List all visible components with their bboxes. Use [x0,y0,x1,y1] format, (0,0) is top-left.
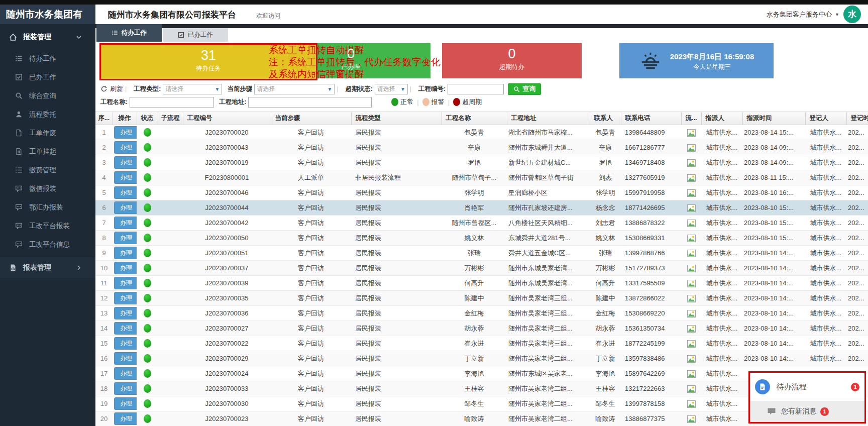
user-menu[interactable]: 水务集团客户服务中心 ▼ 水 [767,6,861,23]
table-row[interactable]: 12办理J20230700035客户回访居民报装陈建中随州市吴家老湾三组...陈… [95,291,868,306]
table-row[interactable]: 5办理J20230700046客户回访居民报装张学明星润廊桥小区张学明15997… [95,185,868,200]
sidebar-item-8[interactable]: 鄂汇办报装 [0,198,95,217]
flow-image-icon[interactable] [687,310,696,317]
handle-button[interactable]: 办理 [114,322,137,335]
flow-image-icon[interactable] [687,325,696,333]
table-row[interactable]: 11办理J20230700039客户回访居民报装何高升随州市东城吴家老湾...何… [95,276,868,291]
sidebar-item-9[interactable]: 工改平台报装 [0,217,95,235]
flow-image-icon[interactable] [687,204,696,212]
table-row[interactable]: 9办理J20230700051客户回访居民报装张瑞舜井大道五金城C区...张瑞1… [95,246,868,261]
handle-button[interactable]: 办理 [114,201,137,214]
col-header-13[interactable]: 指派时间 [742,112,805,125]
col-header-2[interactable]: 状态 [137,112,158,125]
col-header-15[interactable]: 登记时间 [846,112,868,125]
col-header-1[interactable]: 操作 [113,112,137,125]
card-todo-tasks[interactable]: 31 待办任务 [99,43,317,80]
sidebar-item-10[interactable]: 工改平台信息 [0,235,95,254]
table-row[interactable]: 3办理J20230700019客户回访居民报装罗艳新世纪五金建材城C...罗艳1… [95,155,868,170]
handle-button[interactable]: 办理 [114,262,137,274]
col-header-14[interactable]: 登记人 [805,112,846,125]
card-overdue[interactable]: 0 超期待办 [442,43,582,78]
sidebar-item-3[interactable]: 流程委托 [0,105,95,124]
table-row[interactable]: 14办理J20230700027客户回访居民报装胡永蓉随州市吴家老湾二组...胡… [95,321,868,336]
flow-image-icon[interactable] [687,295,696,302]
table-row[interactable]: 10办理J20230700037客户回访居民报装万彬彬随州市东城吴家老湾...万… [95,261,868,276]
handle-button[interactable]: 办理 [114,412,137,425]
flow-image-icon[interactable] [687,159,696,167]
flow-image-icon[interactable] [687,250,696,257]
table-row[interactable]: 6办理J20230700044客户回访居民报装肖艳军随州市孔家坡还建房...杨念… [95,200,868,216]
flow-image-icon[interactable] [687,415,696,423]
refresh-button[interactable]: 刷新 [100,84,123,93]
sidebar-item-4[interactable]: 工单作废 [0,124,95,142]
col-header-11[interactable]: 流... [681,112,701,125]
handle-button[interactable]: 办理 [114,337,137,350]
handle-button[interactable]: 办理 [114,292,137,304]
flow-image-icon[interactable] [687,174,696,182]
flow-image-icon[interactable] [687,189,696,197]
step-select[interactable]: 请选择▼ [254,84,335,94]
col-header-9[interactable]: 联系人 [590,112,621,125]
tab-todo-work[interactable]: 待办工作 [96,24,162,42]
col-header-6[interactable]: 流程类型 [351,112,442,125]
overdue-select[interactable]: 请选择▼ [375,84,408,94]
handle-button[interactable]: 办理 [114,352,137,365]
col-header-12[interactable]: 指派人 [701,112,742,125]
sidebar-item-0[interactable]: 待办工作 [0,49,95,68]
sidebar-item-5[interactable]: 工单挂起 [0,142,95,161]
sidebar-item-1[interactable]: 已办工作 [0,68,95,86]
col-header-4[interactable]: 工程编号 [183,112,271,125]
addr-input[interactable] [248,97,372,108]
table-row[interactable]: 8办理J20230700050客户回访居民报装姚义林东城舜井大道281号...姚… [95,231,868,246]
flow-image-icon[interactable] [687,280,696,287]
sidebar-item-6[interactable]: 缴费管理 [0,161,95,179]
handle-button[interactable]: 办理 [114,126,137,139]
table-row[interactable]: 16办理J20230700029客户回访居民报装丁立新随州市吴家老湾二组...丁… [95,351,868,366]
flow-image-icon[interactable] [687,340,696,348]
table-row[interactable]: 7办理J20230700042客户回访居民报装随州市曾都区...八角楼社区天风精… [95,216,868,231]
handle-button[interactable]: 办理 [114,247,137,259]
sidebar-item-7[interactable]: 微信报装 [0,179,95,198]
flow-image-icon[interactable] [687,235,696,242]
type-select[interactable]: 请选择▼ [163,84,222,94]
handle-button[interactable]: 办理 [114,307,137,320]
handle-button[interactable]: 办理 [114,171,137,184]
col-header-7[interactable]: 工程名称 [442,112,507,125]
col-header-0[interactable]: 序... [95,112,113,125]
sidebar-group-baozhuang[interactable]: 报装管理 [0,24,95,49]
notification-message[interactable]: 您有新消息 1 [750,401,864,422]
code-input[interactable] [448,84,504,94]
col-header-8[interactable]: 工程地址 [507,112,590,125]
sidebar-item-2[interactable]: 综合查询 [0,86,95,105]
handle-button[interactable]: 办理 [114,232,137,244]
table-row[interactable]: 1办理J20230700020客户回访居民报装包晏青湖北省随州市马家榨...包晏… [95,125,868,140]
handle-button[interactable]: 办理 [114,141,137,154]
flow-image-icon[interactable] [687,220,696,227]
flow-image-icon[interactable] [687,129,696,137]
table-row[interactable]: 13办理J20230700036客户回访居民报装金红梅随州市吴家老湾三组...金… [95,306,868,321]
flow-image-icon[interactable] [687,265,696,272]
tab-done-work[interactable]: 已办工作 [163,28,228,42]
handle-button[interactable]: 办理 [114,156,137,169]
table-row[interactable]: 4办理F20230800001人工派单非居民报装流程随州市草甸子...随州市曾都… [95,170,868,185]
handle-button[interactable]: 办理 [114,367,137,380]
table-row[interactable]: 15办理J20230700022客户回访居民报装崔永进随州市吴家老湾三组...崔… [95,336,868,351]
flow-image-icon[interactable] [687,385,696,393]
name-input[interactable] [130,97,214,108]
sidebar-item-reports[interactable]: 报表管理 [0,257,95,278]
handle-button[interactable]: 办理 [114,186,137,199]
col-header-3[interactable]: 子流程 [158,112,183,125]
table-row[interactable]: 2办理J20230700043客户回访居民报装辛康随州市东城舜井大道...辛康1… [95,140,868,155]
handle-button[interactable]: 办理 [114,217,137,229]
col-header-10[interactable]: 联系电话 [621,112,681,125]
handle-button[interactable]: 办理 [114,382,137,395]
handle-button[interactable]: 办理 [114,277,137,289]
flow-image-icon[interactable] [687,400,696,408]
notification-flow[interactable]: 待办流程 1 [750,373,864,401]
flow-image-icon[interactable] [687,144,696,152]
handle-button[interactable]: 办理 [114,397,137,410]
flow-image-icon[interactable] [687,355,696,363]
col-header-5[interactable]: 当前步骤 [271,112,351,125]
search-button[interactable]: 查询 [508,83,541,95]
flow-image-icon[interactable] [687,370,696,378]
